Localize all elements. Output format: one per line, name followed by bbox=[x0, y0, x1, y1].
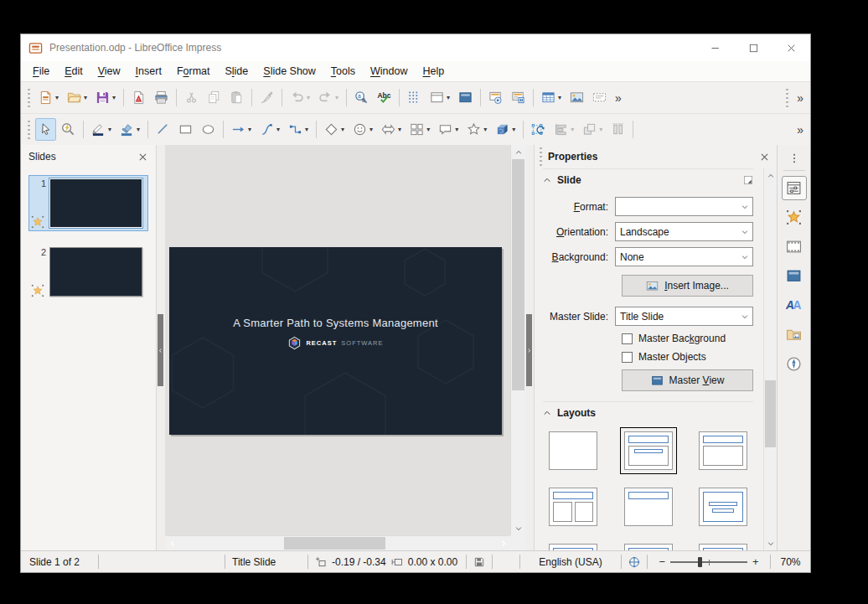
tab-animation[interactable] bbox=[782, 205, 807, 230]
dropdown-arrow-icon[interactable]: ▾ bbox=[305, 126, 308, 133]
slide-title-text[interactable]: A Smarter Path to Systems Management bbox=[169, 317, 502, 329]
tab-master-slides[interactable] bbox=[782, 264, 807, 288]
tab-styles[interactable]: AA bbox=[782, 293, 807, 317]
layouts-section-header[interactable]: Layouts bbox=[543, 401, 753, 424]
transformations-button[interactable] bbox=[528, 118, 549, 141]
menu-format[interactable]: Format bbox=[169, 63, 218, 80]
tab-slide-transition[interactable] bbox=[782, 235, 807, 259]
layout-partial-c[interactable] bbox=[695, 539, 752, 550]
orientation-dropdown[interactable]: Landscape bbox=[615, 222, 753, 241]
status-language[interactable]: English (USA) bbox=[520, 551, 621, 572]
slide-thumbnail-2[interactable]: 2 bbox=[29, 245, 147, 299]
menu-view[interactable]: View bbox=[90, 63, 128, 80]
dropdown-arrow-icon[interactable]: ▾ bbox=[335, 95, 338, 101]
chevron-down-icon[interactable] bbox=[736, 223, 752, 240]
slide-logo[interactable]: RECAST SOFTWARE bbox=[169, 336, 502, 350]
menu-window[interactable]: Window bbox=[363, 63, 415, 80]
lines-and-arrows-button[interactable]: ▾ bbox=[228, 118, 255, 141]
layout-title-content[interactable] bbox=[695, 427, 752, 474]
menu-file[interactable]: File bbox=[25, 63, 57, 80]
new-presentation-button[interactable]: ▾ bbox=[35, 86, 62, 109]
3d-objects-button[interactable]: ▾ bbox=[492, 118, 519, 141]
insert-line-button[interactable] bbox=[152, 118, 173, 141]
zoom-in-button[interactable]: + bbox=[752, 556, 759, 567]
close-button[interactable] bbox=[772, 34, 810, 61]
title-bar[interactable]: Presentation.odp - LibreOffice Impress bbox=[21, 34, 810, 61]
layout-centered-text[interactable] bbox=[695, 483, 752, 530]
scroll-up-button[interactable] bbox=[511, 145, 525, 159]
master-slide-button[interactable] bbox=[455, 86, 476, 109]
status-zoom-percent[interactable]: 70% bbox=[771, 551, 810, 572]
zoom-slider[interactable]: − + bbox=[648, 551, 770, 572]
vertical-scroll-thumb[interactable] bbox=[512, 159, 524, 390]
arrange-objects-button[interactable]: ▾ bbox=[579, 118, 606, 141]
scroll-down-button[interactable] bbox=[764, 536, 777, 550]
paste-button[interactable] bbox=[226, 86, 247, 109]
copy-button[interactable] bbox=[204, 86, 225, 109]
dropdown-arrow-icon[interactable]: ▾ bbox=[84, 95, 87, 101]
menu-slide[interactable]: Slide bbox=[217, 63, 256, 80]
sidebar-menu-button[interactable] bbox=[788, 149, 800, 168]
toolbar-grip[interactable] bbox=[786, 89, 788, 107]
select-button[interactable] bbox=[35, 118, 56, 141]
tab-gallery[interactable] bbox=[782, 323, 807, 347]
current-slide[interactable]: A Smarter Path to Systems Management REC… bbox=[169, 247, 502, 435]
fit-slide-button[interactable] bbox=[622, 551, 647, 572]
toolbar-overflow-button[interactable]: » bbox=[611, 92, 626, 104]
dropdown-arrow-icon[interactable]: ▾ bbox=[426, 126, 430, 133]
right-splitter-handle[interactable] bbox=[526, 314, 532, 386]
rectangle-button[interactable] bbox=[175, 118, 196, 141]
collapse-section-icon[interactable] bbox=[543, 409, 551, 417]
slide-thumbnail-1[interactable]: 1 bbox=[29, 176, 147, 230]
left-splitter[interactable] bbox=[157, 145, 165, 550]
scroll-right-button[interactable] bbox=[496, 536, 510, 550]
scroll-left-button[interactable] bbox=[165, 536, 179, 550]
save-button[interactable]: ▾ bbox=[92, 86, 119, 109]
master-background-checkbox[interactable] bbox=[622, 333, 633, 344]
horizontal-scroll-track[interactable] bbox=[179, 536, 496, 550]
menu-tools[interactable]: Tools bbox=[323, 63, 363, 80]
dropdown-arrow-icon[interactable]: ▾ bbox=[369, 126, 373, 133]
start-from-current-slide-button[interactable] bbox=[508, 86, 529, 109]
scroll-down-button[interactable] bbox=[511, 521, 525, 535]
layout-blank[interactable] bbox=[545, 427, 602, 474]
export-pdf-button[interactable] bbox=[128, 86, 149, 109]
dropdown-arrow-icon[interactable]: ▾ bbox=[483, 126, 487, 133]
chevron-down-icon[interactable] bbox=[736, 248, 752, 266]
vertical-scroll-track[interactable] bbox=[764, 183, 777, 536]
insert-image-button[interactable] bbox=[566, 86, 587, 109]
slide-thumbnail-image[interactable] bbox=[49, 178, 142, 228]
insert-text-box-button[interactable] bbox=[589, 86, 610, 109]
spelling-button[interactable]: Abc bbox=[374, 86, 395, 109]
close-icon[interactable] bbox=[137, 152, 148, 163]
menu-slide-show[interactable]: Slide Show bbox=[256, 63, 323, 80]
dropdown-arrow-icon[interactable]: ▾ bbox=[447, 95, 450, 101]
dropdown-arrow-icon[interactable]: ▾ bbox=[248, 126, 251, 133]
align-objects-button[interactable]: ▾ bbox=[550, 118, 577, 141]
slide-canvas[interactable]: A Smarter Path to Systems Management REC… bbox=[165, 145, 510, 535]
tab-properties[interactable] bbox=[782, 176, 807, 200]
layout-title-only[interactable] bbox=[620, 483, 677, 530]
dropdown-arrow-icon[interactable]: ▾ bbox=[455, 126, 458, 133]
cut-button[interactable] bbox=[181, 86, 202, 109]
maximize-button[interactable] bbox=[735, 34, 772, 61]
dropdown-arrow-icon[interactable]: ▾ bbox=[108, 126, 111, 133]
collapse-section-icon[interactable] bbox=[543, 176, 551, 184]
left-splitter-handle[interactable] bbox=[158, 314, 163, 386]
dropdown-arrow-icon[interactable]: ▾ bbox=[512, 126, 515, 133]
layout-partial-b[interactable] bbox=[620, 539, 677, 550]
curves-and-polygons-button[interactable]: ▾ bbox=[256, 118, 283, 141]
minimize-button[interactable] bbox=[697, 34, 735, 61]
dropdown-arrow-icon[interactable]: ▾ bbox=[137, 126, 140, 133]
slide-section-header[interactable]: Slide bbox=[543, 168, 753, 191]
menu-edit[interactable]: Edit bbox=[57, 63, 90, 80]
status-slide-info[interactable]: Slide 1 of 2 bbox=[21, 551, 98, 572]
open-file-button[interactable]: ▾ bbox=[64, 86, 90, 109]
save-status-button[interactable] bbox=[467, 551, 492, 572]
layout-title-subtitle[interactable] bbox=[620, 427, 677, 474]
dropdown-arrow-icon[interactable]: ▾ bbox=[599, 126, 602, 133]
start-from-first-slide-button[interactable] bbox=[485, 86, 506, 109]
dropdown-arrow-icon[interactable]: ▾ bbox=[571, 126, 574, 133]
display-views-button[interactable]: ▾ bbox=[426, 86, 453, 109]
zoom-out-button[interactable]: − bbox=[659, 556, 665, 567]
